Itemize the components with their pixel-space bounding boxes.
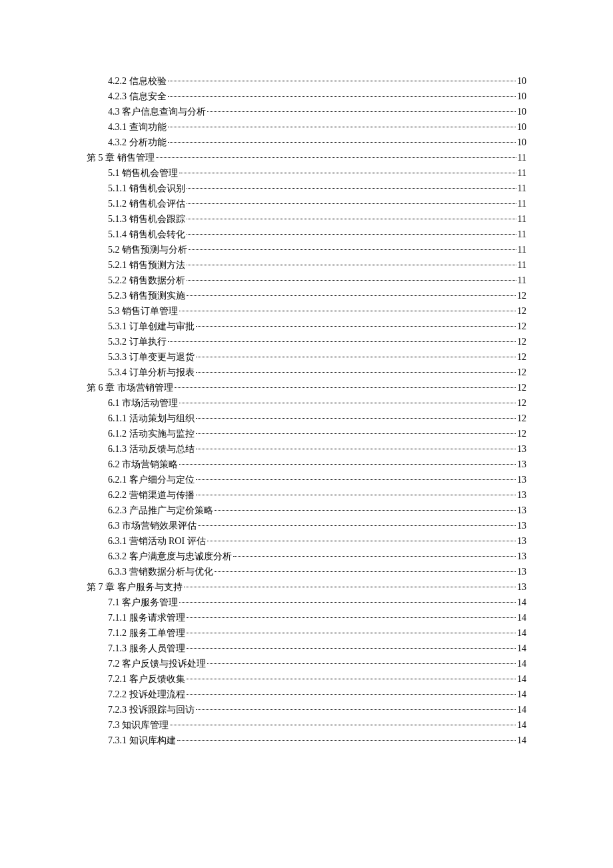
toc-entry[interactable]: 6.2.3 产品推广与定价策略13 — [87, 503, 526, 518]
toc-entry[interactable]: 7.3.1 知识库构建14 — [87, 733, 526, 748]
toc-entry[interactable]: 5.3 销售订单管理12 — [87, 303, 526, 319]
toc-entry[interactable]: 7.2.3 投诉跟踪与回访14 — [87, 702, 526, 717]
toc-page-number: 11 — [518, 196, 526, 211]
toc-title: 5.1.3 销售机会跟踪 — [108, 211, 185, 227]
toc-entry[interactable]: 5.3.2 订单执行12 — [87, 334, 526, 349]
toc-entry[interactable]: 4.2.2 信息校验10 — [87, 73, 526, 89]
toc-title: 6.3.2 客户满意度与忠诚度分析 — [108, 549, 232, 564]
toc-leader-dots — [196, 433, 516, 434]
toc-leader-dots — [196, 357, 516, 357]
toc-page-number: 13 — [517, 549, 526, 564]
toc-leader-dots — [187, 234, 516, 235]
toc-leader-dots — [207, 111, 516, 112]
toc-entry[interactable]: 5.1.3 销售机会跟踪11 — [87, 211, 526, 227]
toc-leader-dots — [184, 587, 516, 587]
toc-leader-dots — [215, 510, 516, 511]
toc-entry[interactable]: 7.2.1 客户反馈收集14 — [87, 671, 526, 687]
toc-entry[interactable]: 7.1.1 服务请求管理14 — [87, 610, 526, 625]
toc-entry[interactable]: 6.1.3 活动反馈与总结13 — [87, 441, 526, 457]
toc-entry[interactable]: 5.1.1 销售机会识别11 — [87, 181, 526, 196]
toc-entry[interactable]: 6.3.2 客户满意度与忠诚度分析13 — [87, 549, 526, 564]
toc-title: 5.3.2 订单执行 — [108, 334, 167, 349]
toc-page-number: 12 — [517, 349, 526, 365]
toc-entry[interactable]: 5.2.2 销售数据分析11 — [87, 273, 526, 288]
toc-leader-dots — [179, 173, 516, 173]
toc-entry[interactable]: 7.2.2 投诉处理流程14 — [87, 687, 526, 702]
toc-title: 5.3.4 订单分析与报表 — [108, 365, 195, 380]
toc-title: 7.3 知识库管理 — [108, 717, 169, 733]
toc-page-number: 14 — [517, 610, 526, 625]
toc-entry[interactable]: 5.2 销售预测与分析11 — [87, 242, 526, 257]
toc-title: 7.2.3 投诉跟踪与回访 — [108, 702, 195, 717]
toc-title: 6.2.1 客户细分与定位 — [108, 472, 195, 487]
toc-leader-dots — [168, 96, 516, 97]
toc-entry[interactable]: 7.1.3 服务人员管理14 — [87, 641, 526, 656]
toc-leader-dots — [207, 541, 516, 541]
toc-entry[interactable]: 第 6 章 市场营销管理12 — [87, 380, 526, 395]
toc-title: 7.2 客户反馈与投诉处理 — [108, 656, 206, 671]
toc-leader-dots — [168, 142, 516, 143]
toc-title: 4.3 客户信息查询与分析 — [108, 104, 206, 119]
toc-page-number: 12 — [517, 395, 526, 411]
toc-leader-dots — [168, 127, 516, 127]
toc-page-number: 13 — [517, 533, 526, 549]
toc-entry[interactable]: 第 7 章 客户服务与支持13 — [87, 579, 526, 595]
toc-title: 6.2.2 营销渠道与传播 — [108, 487, 195, 503]
toc-page-number: 14 — [517, 671, 526, 687]
toc-leader-dots — [187, 295, 516, 296]
toc-leader-dots — [179, 464, 516, 465]
toc-page-number: 11 — [518, 257, 526, 273]
toc-entry[interactable]: 5.3.1 订单创建与审批12 — [87, 319, 526, 334]
toc-entry[interactable]: 5.2.3 销售预测实施12 — [87, 288, 526, 303]
toc-leader-dots — [187, 633, 516, 633]
toc-entry[interactable]: 4.3 客户信息查询与分析10 — [87, 104, 526, 119]
toc-entry[interactable]: 7.3 知识库管理14 — [87, 717, 526, 733]
toc-leader-dots — [196, 418, 516, 419]
toc-entry[interactable]: 7.2 客户反馈与投诉处理14 — [87, 656, 526, 671]
toc-page-number: 14 — [517, 687, 526, 702]
toc-entry[interactable]: 6.2 市场营销策略13 — [87, 457, 526, 472]
toc-leader-dots — [168, 81, 516, 81]
toc-entry[interactable]: 4.3.1 查询功能10 — [87, 119, 526, 135]
toc-title: 7.1.3 服务人员管理 — [108, 641, 185, 656]
toc-entry[interactable]: 6.2.2 营销渠道与传播13 — [87, 487, 526, 503]
toc-title: 5.3.1 订单创建与审批 — [108, 319, 195, 334]
toc-entry[interactable]: 4.3.2 分析功能10 — [87, 135, 526, 150]
toc-page-number: 12 — [517, 365, 526, 380]
toc-page-number: 13 — [517, 579, 526, 595]
toc-entry[interactable]: 7.1.2 服务工单管理14 — [87, 625, 526, 641]
toc-entry[interactable]: 6.1.2 活动实施与监控12 — [87, 426, 526, 441]
toc-entry[interactable]: 5.1.2 销售机会评估11 — [87, 196, 526, 211]
toc-page-number: 14 — [517, 656, 526, 671]
toc-title: 5.1.2 销售机会评估 — [108, 196, 185, 211]
toc-title: 5.1 销售机会管理 — [108, 165, 178, 181]
toc-page-number: 10 — [517, 119, 526, 135]
toc-entry[interactable]: 5.1 销售机会管理11 — [87, 165, 526, 181]
toc-entry[interactable]: 5.3.4 订单分析与报表12 — [87, 365, 526, 380]
toc-entry[interactable]: 4.2.3 信息安全10 — [87, 89, 526, 104]
toc-leader-dots — [198, 525, 516, 526]
toc-entry[interactable]: 7.1 客户服务管理14 — [87, 595, 526, 610]
toc-page-number: 14 — [517, 595, 526, 610]
toc-entry[interactable]: 6.2.1 客户细分与定位13 — [87, 472, 526, 487]
toc-page-number: 13 — [517, 472, 526, 487]
toc-entry[interactable]: 6.1.1 活动策划与组织12 — [87, 411, 526, 426]
toc-entry[interactable]: 6.3 市场营销效果评估13 — [87, 518, 526, 533]
toc-entry[interactable]: 6.1 市场活动管理12 — [87, 395, 526, 411]
toc-leader-dots — [187, 694, 516, 695]
toc-entry[interactable]: 第 5 章 销售管理11 — [87, 150, 526, 165]
toc-entry[interactable]: 5.3.3 订单变更与退货12 — [87, 349, 526, 365]
toc-title: 7.2.1 客户反馈收集 — [108, 671, 185, 687]
toc-title: 6.3.3 营销数据分析与优化 — [108, 564, 213, 579]
toc-page-number: 14 — [517, 625, 526, 641]
toc-leader-dots — [233, 556, 516, 557]
toc-entry[interactable]: 6.3.3 营销数据分析与优化13 — [87, 564, 526, 579]
toc-page-number: 14 — [517, 717, 526, 733]
toc-entry[interactable]: 5.2.1 销售预测方法11 — [87, 257, 526, 273]
toc-title: 5.3 销售订单管理 — [108, 303, 178, 319]
toc-entry[interactable]: 5.1.4 销售机会转化11 — [87, 227, 526, 242]
toc-page-number: 13 — [517, 441, 526, 457]
toc-entry[interactable]: 6.3.1 营销活动 ROI 评估13 — [87, 533, 526, 549]
toc-title: 7.1.1 服务请求管理 — [108, 610, 185, 625]
toc-page-number: 10 — [517, 104, 526, 119]
